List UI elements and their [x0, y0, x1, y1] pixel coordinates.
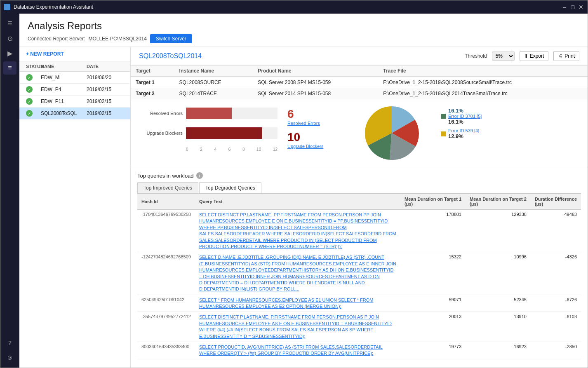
- workload-header: Top queries in workload i: [137, 172, 581, 179]
- query-diff-3: -6726: [531, 295, 581, 312]
- nav-home[interactable]: ⊙: [3, 32, 16, 45]
- upgrade-count: 10: [287, 131, 347, 144]
- report-date: 2019/02/15: [87, 87, 124, 92]
- nav-analyze[interactable]: ≡: [3, 61, 16, 75]
- report-detail: SQL2008ToSQL2014 Threshold 5% 10% 15% ⬆ …: [131, 47, 588, 368]
- info-icon[interactable]: i: [196, 172, 203, 179]
- query-diff-5: -2850: [531, 342, 581, 359]
- bar-row-upgrade: Upgrade Blockers: [137, 127, 278, 139]
- th-t1: Mean Duration on Target 1(μs): [400, 194, 466, 210]
- report-row[interactable]: ✓ EDW_P11 2019/02/15: [19, 96, 130, 108]
- report-row-selected[interactable]: ✓ SQL2008ToSQL 2019/02/15: [19, 108, 130, 120]
- target-label-2: Target 2: [131, 88, 174, 99]
- bar-label-upgrade: Upgrade Blockers: [137, 131, 183, 136]
- query-diff-1: -49463: [531, 209, 581, 252]
- query-text-2: SELECT D.NAME ,E.JOBTITLE ,GROUPING ID(D…: [195, 252, 400, 295]
- report-table-header: STATUS NAME DATE: [19, 61, 130, 72]
- legend-color-1: [441, 114, 446, 119]
- query-t1-1: 178801: [400, 209, 466, 252]
- bar-axis: 0 2 4 6 8 10 12: [186, 147, 278, 152]
- status-ok-icon: ✓: [26, 110, 33, 117]
- target-row-1: Target 1 SQL2008SOURCE SQL Server 2008 S…: [131, 77, 588, 88]
- pie-section: [357, 104, 431, 162]
- workload-title: Top queries in workload: [137, 173, 194, 179]
- report-name-link[interactable]: SQL2008ToSQL2014: [139, 52, 202, 60]
- bar-track-resolved: [186, 108, 278, 119]
- query-t2-4: 13910: [466, 312, 531, 342]
- query-hash-1: -1704013646769530258: [137, 209, 195, 252]
- report-list-panel: + NEW REPORT STATUS NAME DATE ✓ EDW_MI 2…: [19, 47, 131, 368]
- bar-chart: Resolved Errors Upgrade Blockers: [137, 104, 278, 155]
- query-text-4: SELECT DISTINCT P.LASTNAME, P.FIRSTNAME …: [195, 312, 400, 342]
- col-date: DATE: [87, 64, 124, 69]
- query-t1-3: 59071: [400, 295, 466, 312]
- upgrade-label[interactable]: Upgrade Blockers: [287, 144, 347, 149]
- print-button[interactable]: 🖨 Print: [553, 51, 579, 61]
- target-instance-2: SQL2014TRACE: [174, 88, 253, 99]
- target-label-1: Target 1: [131, 77, 174, 88]
- query-t1-2: 15322: [400, 252, 466, 295]
- query-t2-2: 10996: [466, 252, 531, 295]
- maximize-button[interactable]: □: [569, 4, 576, 10]
- report-date: 2019/06/20: [87, 75, 124, 80]
- window-controls: – □ ✕: [561, 4, 584, 10]
- new-report-button[interactable]: + NEW REPORT: [26, 51, 64, 57]
- legend-pct-1: 16.1%: [448, 108, 482, 114]
- bar-label-resolved: Resolved Errors: [137, 111, 183, 116]
- report-name: EDW_P4: [41, 87, 87, 92]
- query-t2-5: 16923: [466, 342, 531, 359]
- target-row-2: Target 2 SQL2014TRACE SQL Server 2014 SP…: [131, 88, 588, 99]
- query-row-2: -1242704824692768509 SELECT D.NAME ,E.JO…: [137, 252, 581, 295]
- status-ok-icon: ✓: [26, 74, 33, 81]
- target-instance-1: SQL2008SOURCE: [174, 77, 253, 88]
- query-row-4: -3557437974952772412 SELECT DISTINCT P.L…: [137, 312, 581, 342]
- query-text-1: SELECT DISTINCT PP.LASTNAME, PP.FIRSTNAM…: [195, 209, 400, 252]
- charts-section: Resolved Errors Upgrade Blockers: [131, 99, 588, 167]
- th-diff: Duration Difference(μs): [531, 194, 581, 210]
- bar-chart-container: Resolved Errors Upgrade Blockers: [137, 104, 278, 155]
- nav-capture[interactable]: ▶: [3, 47, 16, 60]
- threshold-select[interactable]: 5% 10% 15%: [492, 52, 515, 61]
- resolved-label[interactable]: Resolved Errors: [287, 121, 347, 126]
- export-button[interactable]: ⬆ Export: [520, 51, 549, 61]
- tab-improved[interactable]: Top Improved Queries: [137, 182, 198, 193]
- th-hash: Hash Id: [137, 194, 195, 210]
- report-row[interactable]: ✓ EDW_P4 2019/02/15: [19, 84, 130, 96]
- status-ok-icon: ✓: [26, 98, 33, 105]
- nav-help[interactable]: ?: [3, 336, 16, 349]
- pie-chart: [361, 104, 427, 162]
- report-row[interactable]: ✓ EDW_MI 2019/06/20: [19, 72, 130, 84]
- query-diff-4: -6103: [531, 312, 581, 342]
- error-item-resolved: 6 Resolved Errors: [287, 108, 347, 126]
- minimize-button[interactable]: –: [561, 4, 568, 10]
- query-diff-2: -4326: [531, 252, 581, 295]
- legend-item-1: 16.1% Error ID 3701 [5] 16.1%: [441, 108, 578, 125]
- report-date: 2019/02/15: [87, 110, 124, 116]
- report-name: SQL2008ToSQL: [41, 110, 87, 116]
- pie-legend: 16.1% Error ID 3701 [5] 16.1% Error ID 5…: [437, 104, 581, 146]
- close-button[interactable]: ✕: [578, 4, 584, 10]
- th-product: Product Name: [253, 66, 378, 77]
- server-row: Connected Report Server: MOLLEE-PC\MSSQL…: [28, 34, 579, 43]
- query-text-3: SELECT * FROM HUMANRESOURCES.EMPLOYEE AS…: [195, 295, 400, 312]
- nav-hamburger[interactable]: ☰: [3, 17, 16, 30]
- print-icon: 🖨: [558, 53, 563, 59]
- th-trace: Trace File: [378, 66, 588, 77]
- query-row-1: -1704013646769530258 SELECT DISTINCT PP.…: [137, 209, 581, 252]
- legend-label-1[interactable]: Error ID 3701 [5]: [448, 114, 482, 119]
- tab-degraded[interactable]: Top Degraded Queries: [199, 182, 261, 193]
- legend-sub-2: 12.9%: [448, 133, 479, 139]
- query-text-5: SELECT PRODUCTID, AVG(UNITPRICE) AS (STR…: [195, 342, 400, 359]
- threshold-label: Threshold: [465, 53, 487, 59]
- th-target: Target: [131, 66, 174, 77]
- query-t2-1: 129338: [466, 209, 531, 252]
- switch-server-button[interactable]: Switch Server: [150, 34, 192, 43]
- report-name: EDW_MI: [41, 75, 87, 80]
- bar-row-resolved: Resolved Errors: [137, 108, 278, 119]
- detail-scroll[interactable]: Target Instance Name Product Name Trace …: [131, 66, 588, 368]
- legend-label-2[interactable]: Error ID 539 [4]: [448, 128, 479, 133]
- nav-user[interactable]: ☺: [3, 351, 16, 364]
- query-hash-3: 62504942501061042: [137, 295, 195, 312]
- report-name: EDW_P11: [41, 98, 87, 104]
- bar-fill-upgrade: [186, 127, 262, 139]
